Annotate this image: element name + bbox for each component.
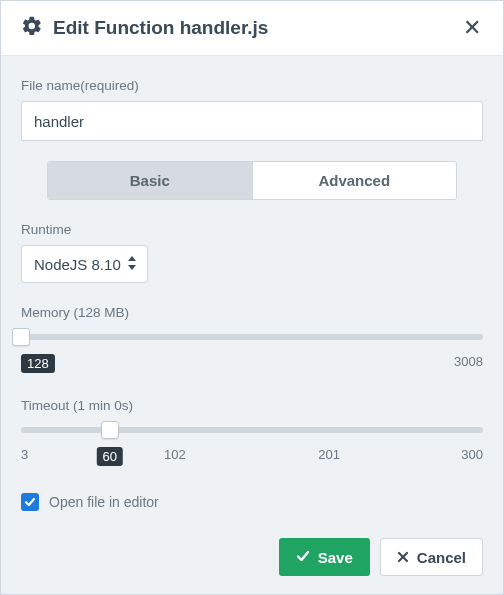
runtime-label: Runtime: [21, 222, 483, 237]
modal-header: Edit Function handler.js ✕: [1, 1, 503, 56]
filename-input[interactable]: [21, 101, 483, 141]
timeout-tick-102: 102: [164, 447, 186, 462]
modal-body: File name(required) Basic Advanced Runti…: [1, 56, 503, 594]
timeout-value-badge: 60: [96, 447, 122, 466]
gear-icon: [21, 15, 43, 41]
edit-function-modal: Edit Function handler.js ✕ File name(req…: [0, 0, 504, 595]
timeout-section: Timeout (1 min 0s) 3 60 102 201 300: [21, 398, 483, 469]
modal-footer: Save Cancel: [279, 538, 483, 576]
save-button[interactable]: Save: [279, 538, 370, 576]
tab-basic[interactable]: Basic: [48, 162, 252, 199]
memory-label: Memory (128 MB): [21, 305, 483, 320]
timeout-label: Timeout (1 min 0s): [21, 398, 483, 413]
runtime-select[interactable]: NodeJS 8.10: [21, 245, 148, 283]
memory-value-badge: 128: [21, 354, 55, 373]
x-icon: [397, 549, 409, 566]
open-in-editor-label: Open file in editor: [49, 494, 159, 510]
close-icon[interactable]: ✕: [459, 15, 485, 41]
memory-slider-thumb[interactable]: [12, 328, 30, 346]
modal-title: Edit Function handler.js: [53, 17, 459, 39]
tab-advanced[interactable]: Advanced: [252, 162, 457, 199]
timeout-max-label: 300: [461, 447, 483, 462]
timeout-tick-201: 201: [318, 447, 340, 462]
timeout-min-label: 3: [21, 447, 28, 462]
save-button-label: Save: [318, 549, 353, 566]
cancel-button-label: Cancel: [417, 549, 466, 566]
cancel-button[interactable]: Cancel: [380, 538, 483, 576]
open-in-editor-checkbox[interactable]: [21, 493, 39, 511]
runtime-section: Runtime NodeJS 8.10: [21, 222, 483, 283]
open-in-editor-row: Open file in editor: [21, 493, 483, 511]
filename-label: File name(required): [21, 78, 483, 93]
timeout-track[interactable]: [21, 427, 483, 433]
timeout-slider-thumb[interactable]: [101, 421, 119, 439]
runtime-selected-value: NodeJS 8.10: [34, 256, 121, 273]
checkmark-icon: [296, 549, 310, 566]
tab-bar: Basic Advanced: [47, 161, 457, 200]
memory-section: Memory (128 MB) 128 3008: [21, 305, 483, 376]
sort-icon: [127, 256, 137, 273]
memory-max-label: 3008: [454, 354, 483, 369]
memory-track[interactable]: [21, 334, 483, 340]
